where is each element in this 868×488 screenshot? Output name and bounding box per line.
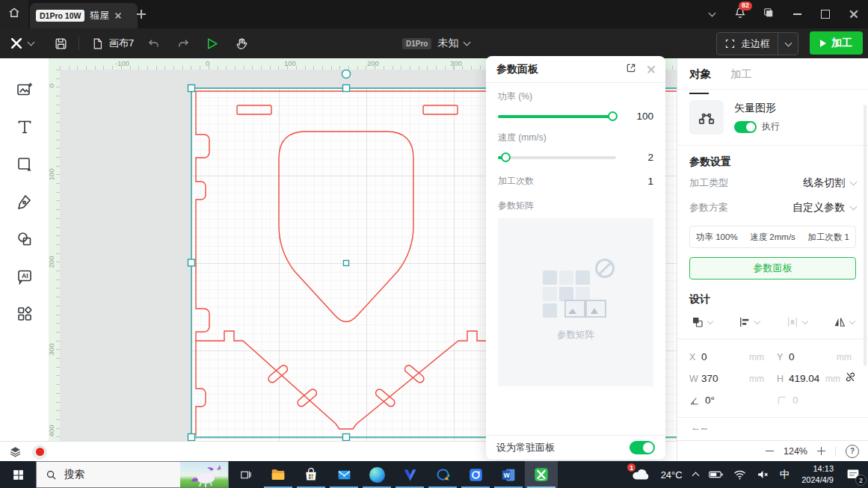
process-button[interactable]: 加工 [810,31,863,55]
redo-button[interactable] [176,28,191,58]
tab-close-icon[interactable] [115,13,121,19]
document-tab[interactable]: D1Pro 10W 猫屋 [30,3,138,28]
process-type-value[interactable]: 线条切割 [803,176,845,190]
device-selector[interactable]: D1Pro 未知 [402,28,470,58]
power-slider[interactable] [498,115,616,118]
radius-value[interactable]: 0 [792,395,856,406]
align-dropdown[interactable] [738,315,760,329]
minimize-button[interactable] [783,0,811,28]
rotate-handle[interactable] [342,70,351,78]
x-value[interactable]: 0 [701,351,749,362]
start-button[interactable] [0,461,36,488]
pen-tool[interactable] [10,187,40,217]
microsoft-store-button[interactable] [295,461,327,488]
taskbar-search[interactable]: 搜索 [36,461,229,488]
save-button[interactable] [54,28,68,58]
undo-button[interactable] [147,28,161,58]
height-value[interactable]: 419.04 [789,373,825,384]
zoom-in-button[interactable] [817,447,825,455]
corner-radius-field[interactable]: 0 [777,395,856,406]
zoom-out-button[interactable] [766,447,774,455]
home-button[interactable] [0,0,28,28]
passes-value[interactable]: 1 [647,176,653,187]
tab-object[interactable]: 对象 [689,67,711,89]
xcs-app-button[interactable] [525,461,558,488]
tray-expand-button[interactable] [688,461,704,488]
text-tool[interactable] [10,112,40,142]
pin-panel-toggle[interactable] [630,441,655,454]
elements-library-tool[interactable] [10,299,40,329]
tab-process[interactable]: 加工 [730,67,752,89]
shape-tool[interactable] [10,149,40,179]
frame-options-chevron[interactable] [778,33,798,55]
y-field[interactable]: Y 0 mm [777,351,856,362]
rotation-value[interactable]: 0° [705,395,769,406]
mail-button[interactable] [327,461,360,488]
record-button[interactable] [32,445,47,460]
temperature-label[interactable]: 24°C [656,461,688,488]
pan-tool-button[interactable] [235,28,249,58]
speed-value[interactable]: 2 [647,152,653,163]
clock-widget[interactable]: 14:13 2024/4/9 [795,463,840,486]
edge-browser-button[interactable] [360,461,393,488]
selection-center-handle[interactable] [344,261,349,266]
width-value[interactable]: 370 [701,373,749,384]
width-field[interactable]: W 370 mm [689,373,769,384]
selection-handle[interactable] [343,434,350,441]
blue-utility-app-button[interactable] [459,461,492,488]
lock-ratio-button[interactable] [845,371,856,386]
insert-image-tool[interactable] [10,75,40,105]
action-center-button[interactable]: 2 [840,461,868,488]
height-field[interactable]: H 419.04 mm [777,373,845,384]
ime-indicator[interactable]: 中 [775,461,795,488]
new-tab-button[interactable] [137,10,146,19]
execute-toggle[interactable] [734,121,757,133]
scheme-value[interactable]: 自定义参数 [792,201,845,214]
volume-muted-indicator[interactable] [751,461,775,488]
selection-handle[interactable] [188,259,195,266]
file-explorer-button[interactable] [262,461,295,488]
power-value[interactable]: 100 [636,111,653,122]
wifi-indicator[interactable] [728,461,751,488]
y-value[interactable]: 0 [789,351,837,362]
selection-handle[interactable] [188,434,195,441]
scheme-row[interactable]: 参数方案 自定义参数 [689,195,856,220]
battery-indicator[interactable] [704,461,728,488]
flip-dropdown[interactable] [833,315,855,329]
speed-slider-knob[interactable] [501,152,511,162]
workspace-switcher-button[interactable] [754,0,783,28]
right-panel-scrollbar[interactable] [864,105,867,366]
popout-button[interactable] [625,62,637,77]
speed-slider[interactable] [498,156,616,159]
arrange-order-dropdown[interactable] [691,315,712,329]
app-logo-menu[interactable] [9,28,34,58]
rotation-field[interactable]: 0° [689,395,769,406]
notifications-button[interactable]: 82 [726,0,754,28]
chat-app-button[interactable] [426,461,459,488]
ai-tool[interactable]: AI [10,262,40,291]
titlebar-menu-chevron[interactable] [698,0,726,28]
boolean-tool[interactable] [10,224,40,254]
selection-handle[interactable] [343,85,350,92]
frame-button[interactable]: 走边框 [716,32,798,55]
open-parameter-panel-button[interactable]: 参数面板 [689,257,856,279]
x-field[interactable]: X 0 mm [689,351,769,362]
zoom-level[interactable]: 124% [784,446,807,457]
panel-close-button[interactable] [647,63,655,76]
object-card[interactable]: 矢量图形 执行 [689,100,856,135]
task-view-button[interactable] [229,461,262,488]
word-button[interactable]: W [492,461,525,488]
maximize-button[interactable] [811,0,840,28]
canvas-switcher[interactable]: 画布7 [91,28,134,58]
close-button[interactable] [840,0,868,28]
run-preview-button[interactable] [205,28,219,58]
parameter-matrix-empty[interactable]: 参数矩阵 [498,218,653,386]
process-type-row[interactable]: 加工类型 线条切割 [689,170,856,195]
search-highlight-art[interactable] [180,462,228,487]
power-slider-knob[interactable] [608,111,618,121]
blue-v-app-button[interactable] [393,461,426,488]
layers-button[interactable] [9,445,22,458]
help-button[interactable]: ? [846,445,859,458]
weather-widget[interactable]: 1 [626,461,656,488]
selection-handle[interactable] [188,85,195,92]
